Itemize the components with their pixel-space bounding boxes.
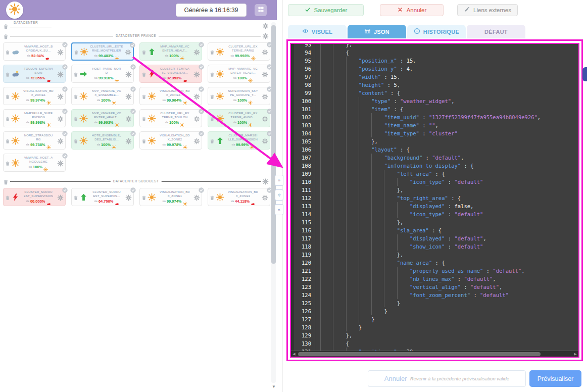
gear-icon[interactable] <box>262 32 269 39</box>
code-line[interactable]: }, <box>320 44 578 48</box>
dashboard-tile[interactable]: HOST_PARIS_NORDsla99.916% <box>71 65 134 83</box>
code-line[interactable]: }, <box>320 137 578 145</box>
trash-icon[interactable] <box>141 71 146 77</box>
gear-icon[interactable] <box>57 48 64 55</box>
trash-icon[interactable] <box>74 48 79 55</box>
code-line[interactable]: } <box>320 315 578 323</box>
external-links-button[interactable]: Liens externes <box>457 4 518 16</box>
gear-icon[interactable] <box>262 194 268 201</box>
dashboard-tile[interactable]: CLUSTER_URL_EXTERNE_TOULONsla100% <box>139 109 202 127</box>
trash-icon[interactable] <box>3 178 9 184</box>
code-line[interactable]: "nb_lines_max" : "default", <box>320 275 578 283</box>
code-line[interactable]: "displayed" : "default", <box>320 234 578 242</box>
code-line[interactable]: "left_area" : { <box>320 170 578 178</box>
trash-icon[interactable] <box>210 48 215 55</box>
gear-icon[interactable] <box>57 137 64 144</box>
code-line[interactable]: } <box>320 307 578 315</box>
code-line[interactable]: "item_name" : "", <box>320 121 578 129</box>
trash-icon[interactable] <box>5 115 10 121</box>
trash-icon[interactable] <box>141 194 146 200</box>
code-line[interactable]: } <box>320 299 578 307</box>
dashboard-tile-selected[interactable]: CLUSTER_URL_EXTERNE_MONTPELIERsla99.483% <box>71 42 134 61</box>
dashboard-tile[interactable]: VISUALISATION_BDX_ZONE1...sla99.964% <box>139 87 202 105</box>
scrollbar-thumb[interactable] <box>271 25 276 264</box>
trash-icon[interactable] <box>5 48 10 55</box>
gear-icon[interactable] <box>262 48 268 55</box>
dashboard-tile[interactable]: MVP_VMWARE_VCENTER_HEALT...sla100% <box>208 65 270 83</box>
code-line[interactable]: }, <box>320 218 578 226</box>
trash-icon[interactable] <box>141 137 146 143</box>
preview-button[interactable]: Prévisualiser <box>529 370 581 387</box>
trash-icon[interactable] <box>73 71 78 77</box>
gear-icon[interactable] <box>57 71 64 77</box>
trash-icon[interactable] <box>210 115 215 121</box>
dashboard-tile[interactable]: MVP_VMWARE_VCX_ENSEMBLE...sla100% <box>71 87 134 105</box>
undo-preview-button[interactable]: Annuler Revenir à la précédente prévisua… <box>368 370 526 387</box>
dashboard-tile[interactable]: VISUALISATION_BDX_ZONE1sla99.974% <box>139 188 202 206</box>
gear-icon[interactable] <box>193 194 200 201</box>
dashboard-tile[interactable]: VMWARE_HOST_BORDEAUX_SU...sla52.94% <box>3 42 66 61</box>
gear-icon[interactable] <box>125 93 132 100</box>
right-edge-handle[interactable] <box>582 67 587 81</box>
trash-icon[interactable] <box>73 137 78 143</box>
code-line[interactable]: "item" : { <box>320 105 578 113</box>
gear-icon[interactable] <box>125 48 131 55</box>
gear-icon[interactable] <box>262 71 268 77</box>
dashboard-tile[interactable]: VISUALISATION_BDX_ZONE2sla99.978% <box>139 131 202 150</box>
dashboard-tile[interactable]: CLUSTER_MARSEILLE_SUPERVISIONsla99.99% <box>208 131 270 150</box>
gear-icon[interactable] <box>262 137 268 144</box>
editor-horizontal-scrollbar[interactable]: ◀ ▶ <box>291 351 578 357</box>
code-line[interactable]: }, <box>320 251 578 259</box>
gear-icon[interactable] <box>57 115 64 122</box>
gear-icon[interactable] <box>193 71 200 77</box>
dashboard-tile[interactable]: SUPERVISION_SKYPE_GROUPE_T...sla100% <box>208 87 270 105</box>
code-line[interactable]: "width" : 15, <box>320 73 578 81</box>
code-line[interactable]: "layout" : { <box>320 145 578 154</box>
trash-icon[interactable] <box>5 137 10 143</box>
code-line[interactable]: "vertical_align" : "default", <box>320 283 578 291</box>
collapse-left-button[interactable]: « <box>275 204 283 215</box>
trash-icon[interactable] <box>210 93 215 99</box>
trash-icon[interactable] <box>210 194 215 200</box>
code-line[interactable]: "show_icon" : "default" <box>320 242 578 251</box>
gear-icon[interactable] <box>57 160 64 166</box>
code-line[interactable]: "position_x" : 15, <box>320 57 578 65</box>
code-line[interactable]: "information_to_display" : { <box>320 162 578 170</box>
trash-icon[interactable] <box>210 137 215 143</box>
dashboard-tile[interactable]: VISUALISATION_BDX_ZONE1sla99.974% <box>3 87 66 105</box>
scroll-right-arrow-icon[interactable]: ▶ <box>572 351 578 357</box>
gear-icon[interactable] <box>57 93 64 100</box>
code-line[interactable]: "name_area" : { <box>320 259 578 267</box>
hscroll-thumb[interactable] <box>298 352 541 356</box>
code-line[interactable]: "displayed" : false, <box>320 202 578 210</box>
code-line[interactable]: "top_right_area" : { <box>320 194 578 202</box>
save-button[interactable]: Sauvegarder <box>288 4 364 16</box>
code-area[interactable]: },{"position_x" : 15,"position_y" : 4,"w… <box>315 44 578 351</box>
code-line[interactable]: }, <box>320 331 578 339</box>
tab-json[interactable]: JSON <box>348 25 406 38</box>
dashboard-tile[interactable]: CLUSTER_URL_EXTERNE_PÀRISsla99.993% <box>208 42 270 61</box>
dashboard-tile[interactable]: MVP_VMWARE_VCENTER_HEALT...sla99.993% <box>71 109 134 127</box>
code-line[interactable]: "icon_type" : "default" <box>320 178 578 186</box>
dashboard-tile[interactable]: VISUALISATION_BDX_ZONE3sla44.118% <box>208 188 270 206</box>
gear-icon[interactable] <box>262 178 269 184</box>
code-line[interactable]: "type" : "weather_widget", <box>320 97 578 105</box>
trash-icon[interactable] <box>3 33 9 39</box>
gear-icon[interactable] <box>125 194 132 201</box>
tab-historique[interactable]: HISTORIQUE <box>407 25 466 38</box>
gear-icon[interactable] <box>125 115 132 122</box>
trash-icon[interactable] <box>210 71 215 77</box>
gear-icon[interactable] <box>262 115 268 122</box>
trash-icon[interactable] <box>141 115 146 121</box>
dashboard-tile[interactable]: CLUSTER_TEMPLATE_VISUALISAT...sla32.353% <box>139 65 202 83</box>
code-line[interactable]: "height" : 5, <box>320 81 578 89</box>
trash-icon[interactable] <box>3 23 9 29</box>
gear-icon[interactable] <box>193 93 200 100</box>
code-line[interactable]: "property_used_as_name" : "default", <box>320 267 578 275</box>
code-line[interactable]: "item_uuid" : "1327ff52399f47fa955ea94b8… <box>320 113 578 121</box>
gear-icon[interactable] <box>262 22 269 29</box>
cancel-button[interactable]: Annuler <box>380 4 444 16</box>
dashboard-tile[interactable]: NORD_STRASBOURGsla99.738% <box>3 131 66 150</box>
code-line[interactable]: "font_zoom_percent" : "default" <box>320 291 578 299</box>
code-line[interactable]: "content" : { <box>320 89 578 97</box>
